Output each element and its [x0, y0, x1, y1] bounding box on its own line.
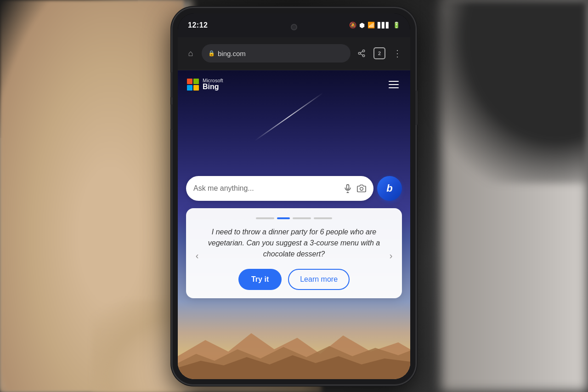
bluetooth-icon: ⬢	[359, 22, 365, 29]
bing-b-letter: b	[386, 182, 392, 194]
search-row: Ask me anything...	[186, 176, 402, 201]
suggestion-card: ‹ I need to throw a dinner party for 6 p…	[186, 208, 402, 298]
bing-logo: Microsoft Bing	[187, 78, 223, 91]
svg-line-4	[360, 51, 362, 53]
microsoft-squares-logo	[187, 79, 199, 91]
ms-square-red	[187, 79, 192, 84]
front-camera	[291, 24, 297, 30]
search-area: Ask me anything...	[178, 176, 410, 201]
signal-bars-icon: ▋▋▋	[378, 22, 390, 28]
browser-menu-button[interactable]: ⋮	[391, 47, 404, 60]
share-button[interactable]	[355, 47, 368, 60]
dots-indicator	[193, 217, 395, 219]
ms-square-green	[193, 79, 199, 84]
bell-mute-icon: 🔕	[349, 22, 356, 28]
search-icons	[343, 184, 366, 193]
tab-count-button[interactable]: 2	[373, 47, 385, 59]
browser-home-button[interactable]: ⌂	[184, 47, 197, 60]
volume-down-button[interactable]	[170, 104, 172, 130]
lock-icon: 🔒	[208, 50, 215, 57]
hamburger-line-1	[389, 81, 399, 82]
wifi-icon: 📶	[368, 22, 375, 28]
browser-chrome: ⌂ 🔒 bing.com 2 ⋮	[178, 37, 410, 70]
dot-4	[314, 217, 332, 219]
status-icons: 🔕 ⬢ 📶 ▋▋▋ 🔋	[349, 22, 400, 29]
microsoft-text: Microsoft	[203, 78, 223, 83]
svg-line-3	[360, 54, 362, 55]
prev-suggestion-button[interactable]: ‹	[191, 249, 204, 262]
battery-icon: 🔋	[393, 22, 400, 28]
search-input-container[interactable]: Ask me anything...	[186, 176, 373, 201]
status-time: 12:12	[188, 21, 208, 29]
suggestion-text: I need to throw a dinner party for 6 peo…	[193, 227, 395, 260]
camera-search-icon[interactable]	[357, 184, 366, 193]
address-bar[interactable]: 🔒 bing.com	[202, 44, 351, 62]
hamburger-line-2	[389, 84, 399, 85]
svg-point-2	[362, 55, 365, 57]
learn-more-button[interactable]: Learn more	[288, 269, 350, 290]
address-text: bing.com	[218, 50, 344, 57]
bing-search-button[interactable]: b	[377, 176, 402, 201]
camera-notch	[285, 18, 303, 36]
microphone-icon[interactable]	[343, 184, 352, 193]
hamburger-menu-button[interactable]	[386, 77, 401, 92]
dot-3	[293, 217, 311, 219]
try-it-button[interactable]: Try it	[238, 269, 282, 290]
action-buttons: Try it Learn more	[193, 269, 395, 290]
svg-rect-5	[347, 184, 349, 189]
bing-logo-text: Microsoft Bing	[203, 78, 223, 91]
dot-1	[256, 217, 274, 219]
svg-point-1	[358, 52, 361, 55]
webpage: Microsoft Bing Ask me anything...	[178, 70, 410, 379]
dot-2-active	[277, 217, 290, 219]
browser-actions: 2 ⋮	[355, 47, 404, 60]
search-placeholder-text: Ask me anything...	[193, 184, 339, 193]
mountains-silhouette	[178, 324, 410, 379]
hamburger-line-3	[389, 87, 399, 88]
svg-point-8	[360, 187, 363, 190]
phone-screen: 12:12 🔕 ⬢ 📶 ▋▋▋ 🔋 ⌂ 🔒 bing.com	[178, 13, 410, 379]
next-suggestion-button[interactable]: ›	[384, 249, 397, 262]
ms-square-yellow	[193, 85, 199, 91]
phone: 12:12 🔕 ⬢ 📶 ▋▋▋ 🔋 ⌂ 🔒 bing.com	[172, 8, 416, 385]
bing-product-text: Bing	[203, 83, 223, 91]
power-button[interactable]	[416, 91, 418, 125]
chevron-left-icon: ‹	[196, 250, 199, 261]
ms-square-blue	[187, 85, 192, 91]
bg-dark-topright	[427, 0, 588, 184]
home-icon: ⌂	[188, 49, 193, 58]
volume-up-button[interactable]	[170, 72, 172, 97]
chevron-right-icon: ›	[390, 250, 393, 261]
bing-header: Microsoft Bing	[178, 70, 410, 99]
svg-point-0	[362, 50, 365, 52]
